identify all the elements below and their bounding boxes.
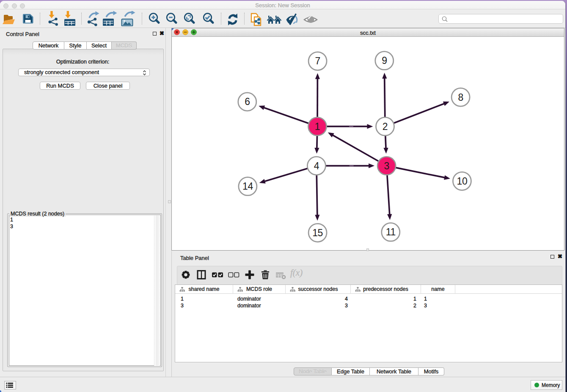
svg-text:1: 1 <box>315 121 320 132</box>
svg-text:14: 14 <box>242 181 253 192</box>
svg-text:3: 3 <box>384 160 389 171</box>
svg-text:9: 9 <box>382 55 387 66</box>
svg-text:6: 6 <box>245 96 250 107</box>
svg-text:8: 8 <box>458 92 463 103</box>
svg-text:2: 2 <box>383 121 388 132</box>
svg-text:4: 4 <box>314 160 319 171</box>
svg-text:11: 11 <box>386 226 396 237</box>
svg-text:7: 7 <box>315 55 320 66</box>
svg-text:15: 15 <box>312 227 323 238</box>
svg-text:10: 10 <box>457 176 468 187</box>
